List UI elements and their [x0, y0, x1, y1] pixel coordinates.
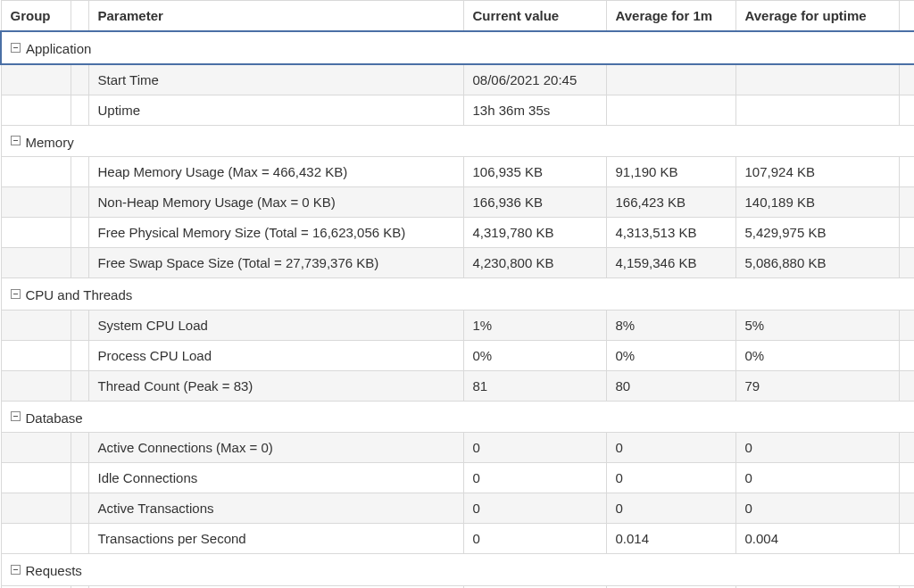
cell-current: 13h 36m 35s: [463, 95, 606, 125]
cell-current: 08/06/2021 20:45: [463, 64, 606, 95]
cell-group: [1, 370, 71, 401]
cell-extra: [899, 524, 914, 554]
cell-avg1m: 0.014: [606, 524, 735, 554]
cell-avg1m: 0%: [606, 340, 735, 370]
cell-parameter: Active Connections (Max = 0): [88, 433, 463, 463]
cell-extra: [899, 248, 914, 278]
cell-group: [1, 310, 71, 340]
cell-parameter: Active Transactions: [88, 493, 463, 524]
group-label: Requests: [26, 563, 82, 578]
cell-group: [1, 95, 71, 125]
cell-extra: [899, 157, 914, 187]
cell-uptime: 0.004: [735, 524, 899, 554]
group-row[interactable]: Application: [1, 31, 914, 64]
header-current[interactable]: Current value: [463, 1, 606, 32]
group-row[interactable]: Memory: [1, 125, 914, 157]
cell-icon: [71, 218, 88, 248]
table-row[interactable]: Free Physical Memory Size (Total = 16,62…: [1, 218, 914, 248]
group-row[interactable]: Requests: [1, 554, 914, 586]
cell-uptime: 0%: [735, 340, 899, 370]
cell-extra: [899, 64, 914, 95]
cell-icon: [71, 463, 88, 493]
cell-avg1m: 4,159,346 KB: [606, 248, 735, 278]
cell-current: 0: [463, 524, 606, 554]
collapse-icon[interactable]: [11, 411, 21, 421]
cell-parameter: Free Physical Memory Size (Total = 16,62…: [88, 218, 463, 248]
cell-parameter: Uptime: [88, 95, 463, 125]
cell-parameter: Thread Count (Peak = 83): [88, 370, 463, 401]
table-row[interactable]: Active Connections (Max = 0)000: [1, 433, 914, 463]
cell-parameter: Start Time: [88, 64, 463, 95]
cell-extra: [899, 493, 914, 524]
cell-avg1m: 0: [606, 463, 735, 493]
cell-group: [1, 218, 71, 248]
cell-uptime: 5%: [735, 310, 899, 340]
cell-icon: [71, 370, 88, 401]
cell-parameter: System CPU Load: [88, 310, 463, 340]
cell-extra: [899, 340, 914, 370]
table-row[interactable]: System CPU Load1%8%5%: [1, 310, 914, 340]
group-row[interactable]: Database: [1, 401, 914, 433]
cell-uptime: 5,429,975 KB: [735, 218, 899, 248]
table-row[interactable]: Idle Connections000: [1, 463, 914, 493]
collapse-icon[interactable]: [11, 136, 21, 145]
cell-avg1m: 80: [606, 370, 735, 401]
cell-avg1m: 166,423 KB: [606, 187, 735, 218]
cell-parameter: Process CPU Load: [88, 340, 463, 370]
table-row[interactable]: Heap Memory Usage (Max = 466,432 KB)106,…: [1, 157, 914, 187]
cell-icon: [71, 95, 88, 125]
table-row[interactable]: Uptime13h 36m 35s: [1, 95, 914, 125]
metrics-table: Group Parameter Current value Average fo…: [0, 0, 914, 588]
cell-avg1m: [606, 64, 735, 95]
table-row[interactable]: Process CPU Load0%0%0%: [1, 340, 914, 370]
cell-parameter: Transactions per Second: [88, 524, 463, 554]
header-parameter[interactable]: Parameter: [88, 1, 463, 32]
cell-extra: [899, 187, 914, 218]
cell-extra: [899, 95, 914, 125]
header-group[interactable]: Group: [1, 1, 71, 32]
cell-extra: [899, 218, 914, 248]
cell-current: 106,935 KB: [463, 157, 606, 187]
cell-group: [1, 463, 71, 493]
cell-current: 4,230,800 KB: [463, 248, 606, 278]
cell-current: 81: [463, 370, 606, 401]
collapse-icon[interactable]: [11, 565, 21, 575]
cell-avg1m: 0: [606, 433, 735, 463]
group-row[interactable]: CPU and Threads: [1, 278, 914, 311]
cell-group: [1, 340, 71, 370]
cell-extra: [899, 370, 914, 401]
table-row[interactable]: Free Swap Space Size (Total = 27,739,376…: [1, 248, 914, 278]
cell-uptime: 79: [735, 370, 899, 401]
table-row[interactable]: Start Time08/06/2021 20:45: [1, 64, 914, 95]
header-avg1m[interactable]: Average for 1m: [606, 1, 735, 32]
table-row[interactable]: Transactions per Second00.0140.004: [1, 524, 914, 554]
collapse-icon[interactable]: [11, 43, 21, 53]
table-row[interactable]: Non-Heap Memory Usage (Max = 0 KB)166,93…: [1, 187, 914, 218]
collapse-icon[interactable]: [11, 289, 21, 299]
cell-uptime: 107,924 KB: [735, 157, 899, 187]
cell-uptime: 0: [735, 493, 899, 524]
cell-current: 4,319,780 KB: [463, 218, 606, 248]
cell-group: [1, 493, 71, 524]
cell-extra: [899, 463, 914, 493]
table-row[interactable]: Thread Count (Peak = 83)818079: [1, 370, 914, 401]
header-uptime[interactable]: Average for uptime: [735, 1, 899, 32]
cell-current: 0: [463, 463, 606, 493]
table-header-row: Group Parameter Current value Average fo…: [1, 1, 914, 32]
cell-current: 0%: [463, 340, 606, 370]
cell-group: [1, 157, 71, 187]
table-row[interactable]: Active Transactions000: [1, 493, 914, 524]
cell-extra: [899, 310, 914, 340]
cell-icon: [71, 340, 88, 370]
cell-uptime: 0: [735, 433, 899, 463]
cell-avg1m: [606, 95, 735, 125]
cell-icon: [71, 248, 88, 278]
cell-icon: [71, 493, 88, 524]
cell-icon: [71, 64, 88, 95]
cell-uptime: [735, 64, 899, 95]
cell-current: 0: [463, 493, 606, 524]
cell-group: [1, 248, 71, 278]
cell-avg1m: 4,313,513 KB: [606, 218, 735, 248]
cell-parameter: Heap Memory Usage (Max = 466,432 KB): [88, 157, 463, 187]
cell-icon: [71, 310, 88, 340]
